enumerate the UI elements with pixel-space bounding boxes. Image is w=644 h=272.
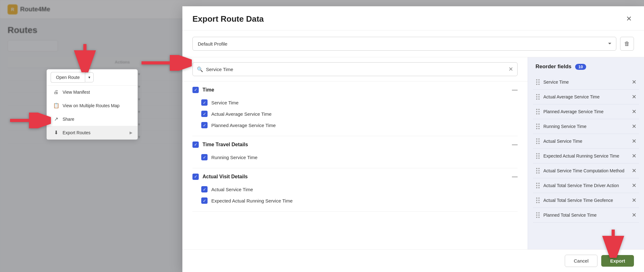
drag-handle-icon[interactable] <box>536 79 540 86</box>
field-actual-avg: ✓ Actual Average Service Time <box>192 108 518 119</box>
export-routes-item[interactable]: ⬇ Export Routes ▶ <box>47 126 137 139</box>
fields-list: ✓ Time — ✓ Service Time ✓ Actual Average… <box>182 81 528 249</box>
running-service-label: Running Service Time <box>211 155 258 160</box>
group-time-collapse[interactable]: — <box>512 86 518 93</box>
reorder-item[interactable]: Service Time✕ <box>533 75 639 90</box>
actual-service-label: Actual Service Time <box>211 187 253 192</box>
service-time-checkbox[interactable]: ✓ <box>201 99 208 106</box>
modal-close-button[interactable]: ✕ <box>624 14 634 24</box>
actual-service-checkbox[interactable]: ✓ <box>201 186 208 192</box>
group-time-title: Time <box>203 87 214 93</box>
search-bar: 🔍 ✕ <box>182 57 528 81</box>
service-time-label: Service Time <box>211 100 239 105</box>
group-time-checkbox[interactable]: ✓ <box>192 87 199 93</box>
group-visit-collapse[interactable]: — <box>512 173 518 180</box>
profile-delete-button[interactable]: 🗑 <box>620 37 634 51</box>
cancel-button[interactable]: Cancel <box>565 255 598 267</box>
share-item[interactable]: ↗ Share <box>47 112 137 126</box>
drag-handle-icon[interactable] <box>536 212 540 219</box>
group-time: ✓ Time — ✓ Service Time ✓ Actual Average… <box>192 81 518 136</box>
group-visit: ✓ Actual Visit Details — ✓ Actual Servic… <box>192 168 518 212</box>
drag-handle-icon[interactable] <box>536 182 540 189</box>
group-travel-collapse[interactable]: — <box>512 141 518 148</box>
reorder-remove-button[interactable]: ✕ <box>632 168 636 174</box>
group-visit-title: Actual Visit Details <box>203 174 248 180</box>
submenu-arrow-icon: ▶ <box>130 130 132 135</box>
view-manifest-label: View Manifest <box>63 90 90 95</box>
reorder-title: Reorder fields <box>536 64 571 70</box>
planned-avg-checkbox[interactable]: ✓ <box>201 122 208 128</box>
reorder-remove-button[interactable]: ✕ <box>632 197 636 203</box>
view-manifest-item[interactable]: 🖨 View Manifest <box>47 86 137 99</box>
drag-handle-icon[interactable] <box>536 93 540 100</box>
reorder-remove-button[interactable]: ✕ <box>632 109 636 114</box>
reorder-item[interactable]: Actual Average Service Time✕ <box>533 90 639 104</box>
drag-handle-icon[interactable] <box>536 153 540 159</box>
group-visit-checkbox[interactable]: ✓ <box>192 174 199 180</box>
reorder-remove-button[interactable]: ✕ <box>632 153 636 159</box>
export-button[interactable]: Export <box>601 255 634 267</box>
reorder-count: 10 <box>575 64 586 70</box>
reorder-item[interactable]: Running Service Time✕ <box>533 119 639 134</box>
expected-actual-checkbox[interactable]: ✓ <box>201 197 208 204</box>
field-service-time: ✓ Service Time <box>192 97 518 108</box>
reorder-item[interactable]: Expected Actual Running Service Time✕ <box>533 149 639 164</box>
reorder-panel: Reorder fields 10 Service Time✕Actual Av… <box>528 57 644 249</box>
export-modal: Export Route Data ✕ Default Profile 🗑 🔍 … <box>182 6 644 272</box>
drag-handle-icon[interactable] <box>536 108 540 115</box>
download-icon: ⬇ <box>53 130 59 136</box>
reorder-item-label: Planned Total Service Time <box>543 213 629 218</box>
actual-avg-label: Actual Average Service Time <box>211 111 271 117</box>
reorder-item[interactable]: Actual Total Service Time Driver Action✕ <box>533 178 639 193</box>
view-map-item[interactable]: 📋 View on Multiple Routes Map <box>47 99 137 112</box>
planned-avg-label: Planned Average Service Time <box>211 123 276 128</box>
reorder-item-label: Actual Total Service Time Driver Action <box>543 183 629 188</box>
profile-row: Default Profile 🗑 <box>182 31 644 57</box>
drag-handle-icon[interactable] <box>536 167 540 174</box>
reorder-item[interactable]: Actual Service Time✕ <box>533 134 639 149</box>
reorder-remove-button[interactable]: ✕ <box>632 212 636 218</box>
search-clear-button[interactable]: ✕ <box>508 66 513 73</box>
actual-avg-checkbox[interactable]: ✓ <box>201 111 208 117</box>
reorder-item[interactable]: Actual Service Time Computation Method✕ <box>533 164 639 178</box>
map-icon: 📋 <box>53 103 59 108</box>
share-label: Share <box>63 117 74 122</box>
group-travel: ✓ Time Travel Details — ✓ Running Servic… <box>192 136 518 168</box>
share-icon: ↗ <box>53 116 59 122</box>
group-travel-checkbox[interactable]: ✓ <box>192 142 199 148</box>
open-route-button[interactable]: Open Route <box>51 72 85 83</box>
drag-handle-icon[interactable] <box>536 138 540 145</box>
field-planned-avg: ✓ Planned Average Service Time <box>192 119 518 131</box>
context-menu: Open Route ▾ 🖨 View Manifest 📋 View on M… <box>47 69 138 140</box>
field-expected-actual: ✓ Expected Actual Running Service Time <box>192 195 518 206</box>
reorder-header: Reorder fields 10 <box>528 57 644 75</box>
fields-panel: 🔍 ✕ ✓ Time — <box>182 57 528 249</box>
reorder-item[interactable]: Planned Total Service Time✕ <box>533 208 639 223</box>
reorder-item-label: Planned Average Service Time <box>543 109 629 114</box>
open-route-chevron[interactable]: ▾ <box>85 72 94 82</box>
profile-select[interactable]: Default Profile <box>192 37 616 51</box>
reorder-item[interactable]: Actual Total Service Time Geofence✕ <box>533 193 639 208</box>
print-icon: 🖨 <box>53 89 59 95</box>
search-input[interactable] <box>192 62 518 76</box>
reorder-item-label: Actual Total Service Time Geofence <box>543 198 629 203</box>
reorder-item-label: Expected Actual Running Service Time <box>543 153 629 158</box>
reorder-remove-button[interactable]: ✕ <box>632 138 636 144</box>
running-service-checkbox[interactable]: ✓ <box>201 154 208 160</box>
reorder-remove-button[interactable]: ✕ <box>632 183 636 188</box>
modal-title: Export Route Data <box>192 14 264 24</box>
group-travel-title: Time Travel Details <box>203 142 248 147</box>
reorder-item[interactable]: Planned Average Service Time✕ <box>533 104 639 119</box>
reorder-item-label: Actual Average Service Time <box>543 94 629 99</box>
modal-header: Export Route Data ✕ <box>182 6 644 31</box>
trash-icon: 🗑 <box>624 41 630 47</box>
reorder-remove-button[interactable]: ✕ <box>632 94 636 100</box>
export-routes-label: Export Routes <box>63 130 91 135</box>
expected-actual-label: Expected Actual Running Service Time <box>211 198 292 203</box>
search-icon: 🔍 <box>197 66 203 72</box>
reorder-remove-button[interactable]: ✕ <box>632 79 636 85</box>
reorder-item-label: Actual Service Time <box>543 139 629 144</box>
drag-handle-icon[interactable] <box>536 123 540 130</box>
drag-handle-icon[interactable] <box>536 197 540 204</box>
reorder-remove-button[interactable]: ✕ <box>632 124 636 129</box>
